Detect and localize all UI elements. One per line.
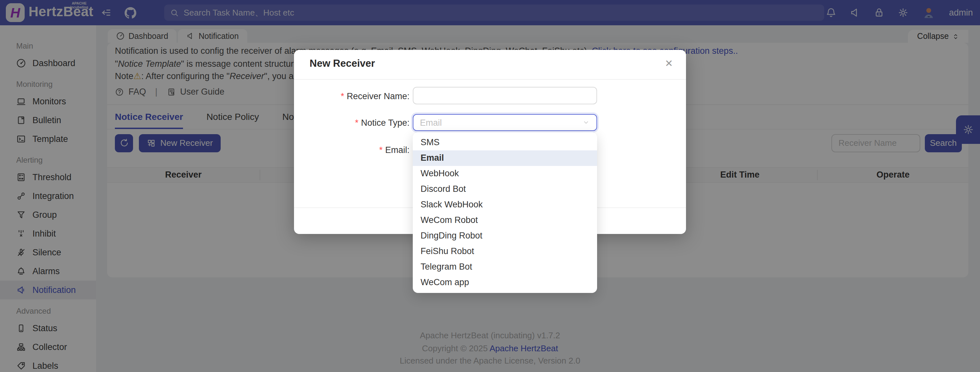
label-text: Receiver Name: (347, 91, 409, 101)
modal-title: New Receiver (310, 58, 375, 69)
notice-type-dropdown: SMS Email WebHook Discord Bot Slack WebH… (413, 132, 597, 293)
app-root: H HertzBeat APACHE incubating (0, 0, 980, 372)
chevron-down-icon (582, 119, 590, 127)
label-text: Notice Type: (361, 118, 409, 128)
email-label: *Email: (267, 145, 409, 155)
modal-header-divider (294, 79, 686, 80)
notice-type-label: *Notice Type: (267, 118, 409, 128)
option-wecom-robot[interactable]: WeCom Robot (413, 212, 597, 228)
option-sms[interactable]: SMS (413, 135, 597, 150)
option-dingding-robot[interactable]: DingDing Robot (413, 228, 597, 244)
option-discord-bot[interactable]: Discord Bot (413, 182, 597, 197)
close-icon[interactable]: ✕ (665, 58, 673, 69)
required-asterisk: * (341, 91, 344, 101)
option-wecom-app[interactable]: WeCom app (413, 275, 597, 290)
notice-type-select[interactable]: Email (413, 114, 597, 131)
option-feishu-robot[interactable]: FeiShu Robot (413, 244, 597, 259)
option-slack-webhook[interactable]: Slack WebHook (413, 197, 597, 212)
required-asterisk: * (355, 118, 359, 128)
option-webhook[interactable]: WebHook (413, 166, 597, 182)
label-text: Email: (385, 145, 409, 155)
option-telegram-bot[interactable]: Telegram Bot (413, 259, 597, 275)
notice-type-placeholder: Email (420, 118, 442, 127)
receiver-name-field[interactable] (413, 87, 597, 104)
required-asterisk: * (379, 145, 383, 155)
option-email[interactable]: Email (413, 150, 597, 166)
receiver-name-label: *Receiver Name: (267, 91, 409, 101)
